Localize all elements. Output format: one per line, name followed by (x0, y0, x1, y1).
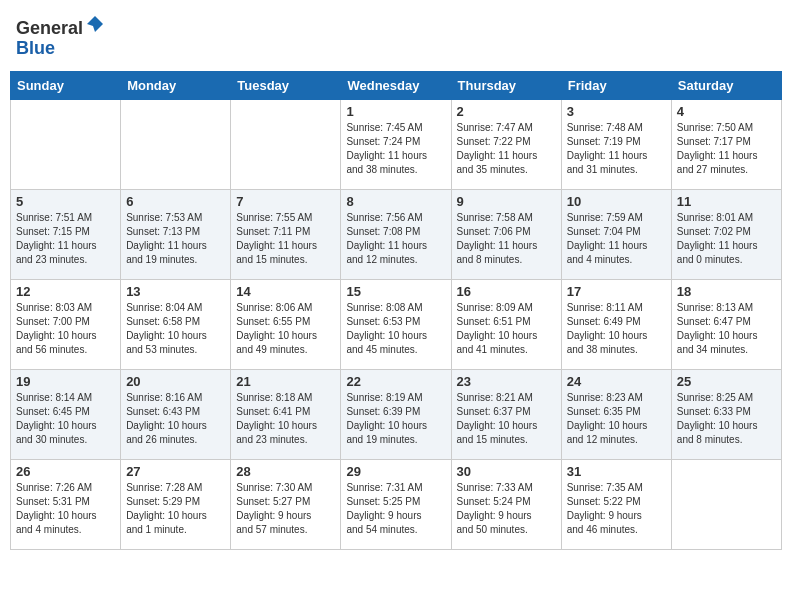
calendar-cell: 15Sunrise: 8:08 AM Sunset: 6:53 PM Dayli… (341, 279, 451, 369)
day-number: 2 (457, 104, 556, 119)
day-info: Sunrise: 7:56 AM Sunset: 7:08 PM Dayligh… (346, 211, 445, 267)
col-header-thursday: Thursday (451, 71, 561, 99)
col-header-saturday: Saturday (671, 71, 781, 99)
page-header: General Blue (10, 10, 782, 63)
day-info: Sunrise: 7:30 AM Sunset: 5:27 PM Dayligh… (236, 481, 335, 537)
day-info: Sunrise: 7:53 AM Sunset: 7:13 PM Dayligh… (126, 211, 225, 267)
day-info: Sunrise: 8:13 AM Sunset: 6:47 PM Dayligh… (677, 301, 776, 357)
day-number: 11 (677, 194, 776, 209)
calendar-cell: 17Sunrise: 8:11 AM Sunset: 6:49 PM Dayli… (561, 279, 671, 369)
calendar-cell: 10Sunrise: 7:59 AM Sunset: 7:04 PM Dayli… (561, 189, 671, 279)
col-header-monday: Monday (121, 71, 231, 99)
calendar-cell: 13Sunrise: 8:04 AM Sunset: 6:58 PM Dayli… (121, 279, 231, 369)
day-info: Sunrise: 7:47 AM Sunset: 7:22 PM Dayligh… (457, 121, 556, 177)
calendar-week-row: 26Sunrise: 7:26 AM Sunset: 5:31 PM Dayli… (11, 459, 782, 549)
calendar-week-row: 1Sunrise: 7:45 AM Sunset: 7:24 PM Daylig… (11, 99, 782, 189)
calendar-header-row: SundayMondayTuesdayWednesdayThursdayFrid… (11, 71, 782, 99)
day-number: 4 (677, 104, 776, 119)
calendar-cell: 30Sunrise: 7:33 AM Sunset: 5:24 PM Dayli… (451, 459, 561, 549)
day-number: 13 (126, 284, 225, 299)
day-info: Sunrise: 8:19 AM Sunset: 6:39 PM Dayligh… (346, 391, 445, 447)
day-info: Sunrise: 7:33 AM Sunset: 5:24 PM Dayligh… (457, 481, 556, 537)
day-info: Sunrise: 7:28 AM Sunset: 5:29 PM Dayligh… (126, 481, 225, 537)
calendar-cell (231, 99, 341, 189)
col-header-sunday: Sunday (11, 71, 121, 99)
day-number: 1 (346, 104, 445, 119)
day-number: 19 (16, 374, 115, 389)
day-info: Sunrise: 8:21 AM Sunset: 6:37 PM Dayligh… (457, 391, 556, 447)
calendar-cell: 19Sunrise: 8:14 AM Sunset: 6:45 PM Dayli… (11, 369, 121, 459)
calendar-cell: 16Sunrise: 8:09 AM Sunset: 6:51 PM Dayli… (451, 279, 561, 369)
day-info: Sunrise: 8:14 AM Sunset: 6:45 PM Dayligh… (16, 391, 115, 447)
calendar-cell: 8Sunrise: 7:56 AM Sunset: 7:08 PM Daylig… (341, 189, 451, 279)
day-number: 30 (457, 464, 556, 479)
day-number: 12 (16, 284, 115, 299)
col-header-tuesday: Tuesday (231, 71, 341, 99)
calendar-cell: 11Sunrise: 8:01 AM Sunset: 7:02 PM Dayli… (671, 189, 781, 279)
logo-icon (85, 14, 105, 34)
day-info: Sunrise: 8:06 AM Sunset: 6:55 PM Dayligh… (236, 301, 335, 357)
day-number: 14 (236, 284, 335, 299)
col-header-wednesday: Wednesday (341, 71, 451, 99)
day-info: Sunrise: 7:45 AM Sunset: 7:24 PM Dayligh… (346, 121, 445, 177)
day-info: Sunrise: 8:25 AM Sunset: 6:33 PM Dayligh… (677, 391, 776, 447)
day-number: 5 (16, 194, 115, 209)
col-header-friday: Friday (561, 71, 671, 99)
calendar-cell: 23Sunrise: 8:21 AM Sunset: 6:37 PM Dayli… (451, 369, 561, 459)
day-number: 25 (677, 374, 776, 389)
calendar-cell (11, 99, 121, 189)
calendar-cell: 21Sunrise: 8:18 AM Sunset: 6:41 PM Dayli… (231, 369, 341, 459)
day-info: Sunrise: 8:01 AM Sunset: 7:02 PM Dayligh… (677, 211, 776, 267)
day-number: 3 (567, 104, 666, 119)
day-number: 7 (236, 194, 335, 209)
day-info: Sunrise: 7:59 AM Sunset: 7:04 PM Dayligh… (567, 211, 666, 267)
day-number: 24 (567, 374, 666, 389)
day-info: Sunrise: 8:18 AM Sunset: 6:41 PM Dayligh… (236, 391, 335, 447)
day-info: Sunrise: 8:11 AM Sunset: 6:49 PM Dayligh… (567, 301, 666, 357)
day-number: 9 (457, 194, 556, 209)
logo-blue: Blue (16, 38, 55, 58)
day-info: Sunrise: 7:35 AM Sunset: 5:22 PM Dayligh… (567, 481, 666, 537)
calendar-week-row: 5Sunrise: 7:51 AM Sunset: 7:15 PM Daylig… (11, 189, 782, 279)
day-number: 31 (567, 464, 666, 479)
day-info: Sunrise: 7:51 AM Sunset: 7:15 PM Dayligh… (16, 211, 115, 267)
day-info: Sunrise: 7:50 AM Sunset: 7:17 PM Dayligh… (677, 121, 776, 177)
calendar-table: SundayMondayTuesdayWednesdayThursdayFrid… (10, 71, 782, 550)
day-number: 17 (567, 284, 666, 299)
calendar-cell: 18Sunrise: 8:13 AM Sunset: 6:47 PM Dayli… (671, 279, 781, 369)
calendar-cell: 5Sunrise: 7:51 AM Sunset: 7:15 PM Daylig… (11, 189, 121, 279)
day-number: 20 (126, 374, 225, 389)
calendar-cell: 25Sunrise: 8:25 AM Sunset: 6:33 PM Dayli… (671, 369, 781, 459)
calendar-cell: 1Sunrise: 7:45 AM Sunset: 7:24 PM Daylig… (341, 99, 451, 189)
day-info: Sunrise: 7:58 AM Sunset: 7:06 PM Dayligh… (457, 211, 556, 267)
calendar-cell: 3Sunrise: 7:48 AM Sunset: 7:19 PM Daylig… (561, 99, 671, 189)
calendar-cell: 4Sunrise: 7:50 AM Sunset: 7:17 PM Daylig… (671, 99, 781, 189)
calendar-cell (671, 459, 781, 549)
logo-general: General (16, 18, 83, 38)
day-info: Sunrise: 8:04 AM Sunset: 6:58 PM Dayligh… (126, 301, 225, 357)
day-info: Sunrise: 8:09 AM Sunset: 6:51 PM Dayligh… (457, 301, 556, 357)
day-number: 29 (346, 464, 445, 479)
calendar-cell: 22Sunrise: 8:19 AM Sunset: 6:39 PM Dayli… (341, 369, 451, 459)
calendar-cell: 28Sunrise: 7:30 AM Sunset: 5:27 PM Dayli… (231, 459, 341, 549)
calendar-cell: 9Sunrise: 7:58 AM Sunset: 7:06 PM Daylig… (451, 189, 561, 279)
day-info: Sunrise: 7:48 AM Sunset: 7:19 PM Dayligh… (567, 121, 666, 177)
day-number: 16 (457, 284, 556, 299)
day-number: 10 (567, 194, 666, 209)
day-number: 21 (236, 374, 335, 389)
day-number: 23 (457, 374, 556, 389)
calendar-week-row: 12Sunrise: 8:03 AM Sunset: 7:00 PM Dayli… (11, 279, 782, 369)
day-info: Sunrise: 7:55 AM Sunset: 7:11 PM Dayligh… (236, 211, 335, 267)
day-number: 15 (346, 284, 445, 299)
calendar-cell: 2Sunrise: 7:47 AM Sunset: 7:22 PM Daylig… (451, 99, 561, 189)
day-number: 26 (16, 464, 115, 479)
calendar-cell: 26Sunrise: 7:26 AM Sunset: 5:31 PM Dayli… (11, 459, 121, 549)
day-number: 28 (236, 464, 335, 479)
calendar-cell: 14Sunrise: 8:06 AM Sunset: 6:55 PM Dayli… (231, 279, 341, 369)
calendar-cell: 7Sunrise: 7:55 AM Sunset: 7:11 PM Daylig… (231, 189, 341, 279)
svg-marker-0 (87, 16, 103, 32)
day-number: 27 (126, 464, 225, 479)
day-info: Sunrise: 8:23 AM Sunset: 6:35 PM Dayligh… (567, 391, 666, 447)
calendar-cell: 20Sunrise: 8:16 AM Sunset: 6:43 PM Dayli… (121, 369, 231, 459)
day-info: Sunrise: 8:16 AM Sunset: 6:43 PM Dayligh… (126, 391, 225, 447)
